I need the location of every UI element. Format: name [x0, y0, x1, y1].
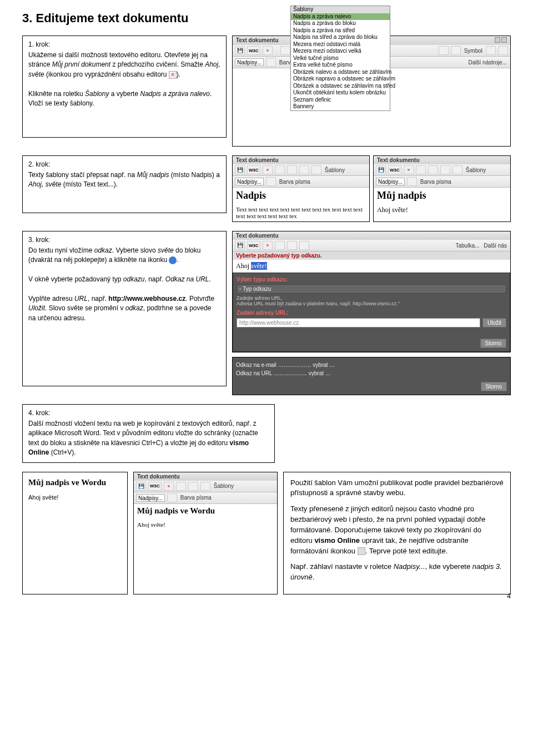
screenshot1: Text dokumentu 💾 W3C × Šablony Symbol Na…: [232, 36, 511, 147]
barva-label[interactable]: Barva písma: [179, 495, 213, 501]
list-item[interactable]: Bannery: [291, 103, 390, 110]
tool-icon[interactable]: [200, 482, 210, 491]
option-url[interactable]: Odkaz na URL ……………… vybrat …: [236, 369, 507, 377]
tool-icon[interactable]: [498, 46, 508, 55]
url-input[interactable]: [237, 318, 480, 327]
nadpisy-dropdown[interactable]: Nadpisy...: [235, 58, 264, 66]
w3c-button[interactable]: W3C: [247, 165, 260, 174]
clear-icon[interactable]: ×: [263, 165, 273, 174]
tool-icon[interactable]: [275, 241, 285, 250]
list-item[interactable]: Nadpis a zpráva nalevo: [291, 13, 390, 21]
window-title: Text dokumentu: [236, 37, 278, 44]
tool-icon[interactable]: [439, 46, 449, 55]
panel-title2: Zadání adresy URL:: [237, 310, 506, 316]
nadpisy-dropdown[interactable]: Nadpisy...: [136, 494, 165, 502]
link-type-panel: Výběr typu odkazu: ▫ Typ odkazu Zadejte …: [233, 273, 510, 352]
tool-icon[interactable]: [428, 165, 438, 174]
step3-body: Do textu nyní vložíme odkaz. Vyberte slo…: [28, 246, 220, 323]
list-item[interactable]: Obrázek napravo a odstavec se záhlavím: [291, 75, 390, 83]
heading: Můj nadpis: [377, 190, 507, 201]
list-item[interactable]: Velké tučné písmo: [291, 55, 390, 62]
symbol-dropdown[interactable]: Symbol: [463, 48, 484, 54]
panel-title: Výběr typu odkazu:: [237, 276, 506, 283]
step1-box: 1. krok: Ukážeme si další možnosti texto…: [22, 36, 227, 138]
typ-odkazu-select[interactable]: ▫ Typ odkazu: [237, 284, 506, 294]
tool-icon[interactable]: [176, 482, 186, 491]
heading: Nadpis: [236, 190, 366, 201]
tool-icon[interactable]: [275, 165, 285, 174]
tool-icon[interactable]: [167, 493, 177, 502]
list-item[interactable]: Nadpis a zpráva do bloku: [291, 20, 390, 27]
barva-label[interactable]: Barva písma: [278, 179, 311, 185]
selected-text: světe!: [251, 262, 267, 270]
w3c-button[interactable]: W3C: [148, 482, 162, 491]
tool-icon[interactable]: [266, 177, 276, 186]
word-source: Můj nadpis ve Wordu Ahoj světe!: [22, 472, 128, 595]
tool-icon[interactable]: [452, 165, 462, 174]
screenshot-word: Text dokumentu 💾 W3C × Šablony Nadpisy..…: [133, 472, 278, 595]
popup-text: Vyberte požadovaný typ odkazu.: [236, 253, 322, 259]
step3-box: 3. krok: Do textu nyní vložíme odkaz. Vy…: [22, 231, 227, 386]
list-item[interactable]: Seznam definic: [291, 97, 390, 104]
save-icon[interactable]: 💾: [136, 482, 146, 491]
tool-icon[interactable]: [416, 165, 426, 174]
barva-label[interactable]: Barva písma: [419, 179, 452, 185]
screenshot2b: Text dokumentu 💾 W3C × Šablony Nadpisy..…: [373, 155, 511, 222]
dalsi-label: Další nás: [482, 243, 508, 249]
screenshot3: Text dokumentu 💾 W3C × Tabulka... Další …: [232, 231, 511, 352]
list-item[interactable]: Nadpis na střed a zpráva do bloku: [291, 34, 390, 41]
list-item[interactable]: Obrázek nalevo a odstavec se záhlavím: [291, 69, 390, 76]
sablony-dropdown[interactable]: Šablony: [213, 483, 235, 489]
body-text: Ahoj světe!: [377, 206, 507, 214]
heading: Můj nadpis ve Wordu: [137, 506, 274, 516]
clear-icon[interactable]: ×: [263, 241, 273, 250]
tool-icon[interactable]: [287, 241, 297, 250]
step3-title: 3. krok:: [28, 236, 220, 244]
clear-icon[interactable]: ×: [164, 482, 174, 491]
storno-button[interactable]: Storno: [480, 339, 506, 348]
tabulka-dropdown[interactable]: Tabulka...: [455, 243, 481, 249]
w3c-button[interactable]: W3C: [388, 165, 401, 174]
save-icon[interactable]: 💾: [235, 46, 245, 55]
tool-icon[interactable]: [451, 46, 461, 55]
tool-icon[interactable]: [280, 46, 290, 55]
tool-icon[interactable]: [299, 241, 309, 250]
page-title: 3. Editujeme text dokumentu: [22, 11, 511, 26]
tool-icon[interactable]: [486, 46, 496, 55]
save-icon[interactable]: 💾: [235, 241, 245, 250]
list-item[interactable]: Nadpis a zpráva na střed: [291, 27, 390, 34]
tool-icon[interactable]: [311, 165, 321, 174]
list-item[interactable]: Extra velké tučné písmo: [291, 62, 390, 69]
nadpisy-dropdown[interactable]: Nadpisy...: [376, 178, 405, 185]
option-email[interactable]: Odkaz na e-mail ……………… vybrat …: [236, 361, 507, 369]
minimize-icon[interactable]: [495, 37, 500, 43]
list-item[interactable]: Obrázek a odstavec se záhlavím na střed: [291, 83, 390, 90]
tool-icon[interactable]: [188, 482, 198, 491]
sablony-dropdown[interactable]: Šablony: [465, 167, 487, 173]
tool-icon[interactable]: [266, 58, 276, 67]
ulozit-button[interactable]: Uložit: [482, 318, 506, 327]
clear-format-icon: [358, 547, 365, 555]
storno-button[interactable]: Storno: [481, 382, 507, 391]
list-item[interactable]: Mezera mezi odstavci velká: [291, 48, 390, 55]
clear-icon[interactable]: ×: [263, 46, 273, 55]
clear-icon[interactable]: ×: [404, 165, 414, 174]
nadpisy-dropdown[interactable]: Nadpisy...: [235, 178, 264, 185]
save-icon[interactable]: 💾: [235, 165, 245, 174]
list-item[interactable]: Mezera mezi odstavci malá: [291, 41, 390, 48]
screenshot3-options: Odkaz na e-mail ……………… vybrat … Odkaz na…: [232, 357, 511, 395]
tool-icon[interactable]: [440, 165, 450, 174]
tool-icon[interactable]: [407, 177, 417, 186]
w3c-button[interactable]: W3C: [247, 241, 260, 250]
list-item[interactable]: Ukončit obtékání textu kolem obrázku: [291, 89, 390, 97]
w3c-button[interactable]: W3C: [247, 46, 260, 55]
save-icon[interactable]: 💾: [376, 165, 386, 174]
dalsi-dropdown[interactable]: Další nástroje...: [467, 59, 508, 65]
tool-icon[interactable]: [287, 165, 297, 174]
sablony-dropdown[interactable]: Šablony: [324, 167, 346, 173]
step2-title: 2. krok:: [28, 160, 220, 168]
step4-title: 4. krok:: [28, 409, 269, 417]
close-icon[interactable]: [501, 37, 507, 43]
sablony-list[interactable]: Šablony Nadpis a zpráva nalevo Nadpis a …: [290, 6, 390, 111]
tool-icon[interactable]: [299, 165, 309, 174]
